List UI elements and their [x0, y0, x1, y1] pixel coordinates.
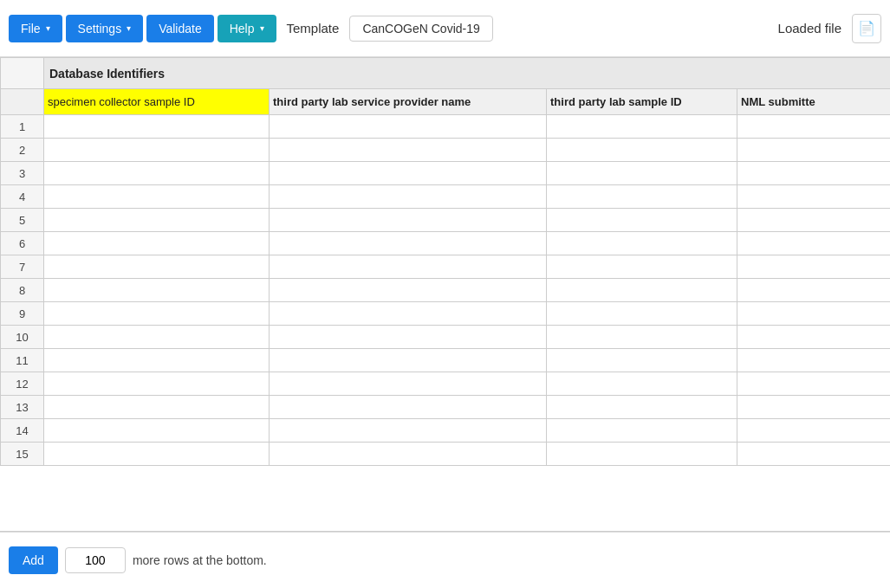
data-cell[interactable]	[44, 255, 270, 279]
data-cell[interactable]	[270, 232, 547, 255]
row-number-cell: 4	[1, 185, 44, 209]
data-cell[interactable]	[737, 326, 891, 349]
data-cell[interactable]	[547, 185, 737, 209]
data-cell[interactable]	[547, 302, 737, 326]
rows-input[interactable]	[65, 547, 126, 573]
data-cell[interactable]	[270, 185, 547, 209]
data-cell[interactable]	[270, 279, 547, 302]
data-cell[interactable]	[547, 396, 737, 419]
data-cell[interactable]	[270, 302, 547, 326]
data-cell[interactable]	[737, 162, 891, 185]
more-rows-label: more rows at the bottom.	[133, 553, 267, 567]
validate-button[interactable]: Validate	[146, 15, 214, 42]
data-cell[interactable]	[547, 326, 737, 349]
data-cell[interactable]	[547, 232, 737, 255]
data-cell[interactable]	[270, 419, 547, 443]
table-row: 1	[1, 115, 891, 139]
row-number-cell: 15	[1, 443, 44, 466]
data-cell[interactable]	[44, 326, 270, 349]
settings-button[interactable]: Settings ▾	[66, 15, 144, 42]
data-cell[interactable]	[44, 279, 270, 302]
row-number-cell: 9	[1, 302, 44, 326]
data-cell[interactable]	[44, 419, 270, 443]
data-cell[interactable]	[270, 372, 547, 396]
data-cell[interactable]	[44, 396, 270, 419]
data-cell[interactable]	[547, 209, 737, 232]
spreadsheet-container[interactable]: Database Identifiers specimen collector …	[0, 57, 890, 532]
help-button[interactable]: Help ▾	[218, 15, 276, 42]
row-number-cell: 5	[1, 209, 44, 232]
group-header-row: Database Identifiers	[1, 58, 891, 89]
data-cell[interactable]	[270, 255, 547, 279]
table-row: 5	[1, 209, 891, 232]
data-cell[interactable]	[737, 302, 891, 326]
spreadsheet-body: 123456789101112131415	[1, 115, 891, 466]
data-cell[interactable]	[270, 209, 547, 232]
group-header-cell: Database Identifiers	[44, 58, 891, 89]
data-cell[interactable]	[737, 349, 891, 372]
col-header-1[interactable]: third party lab service provider name	[270, 89, 547, 115]
data-cell[interactable]	[737, 115, 891, 139]
loaded-file-button[interactable]: 📄	[852, 14, 881, 43]
table-row: 9	[1, 302, 891, 326]
col-header-0[interactable]: specimen collector sample ID	[44, 89, 270, 115]
data-cell[interactable]	[270, 139, 547, 162]
corner-cell	[1, 58, 44, 89]
data-cell[interactable]	[547, 162, 737, 185]
data-cell[interactable]	[547, 419, 737, 443]
data-cell[interactable]	[547, 443, 737, 466]
template-label: Template	[287, 21, 340, 36]
data-cell[interactable]	[737, 419, 891, 443]
row-number-cell: 14	[1, 419, 44, 443]
data-cell[interactable]	[44, 232, 270, 255]
bottom-toolbar: Add more rows at the bottom.	[0, 532, 890, 588]
data-cell[interactable]	[737, 372, 891, 396]
data-cell[interactable]	[547, 115, 737, 139]
data-cell[interactable]	[547, 372, 737, 396]
data-cell[interactable]	[737, 396, 891, 419]
data-cell[interactable]	[44, 139, 270, 162]
data-cell[interactable]	[44, 349, 270, 372]
data-cell[interactable]	[737, 185, 891, 209]
table-row: 2	[1, 139, 891, 162]
table-row: 12	[1, 372, 891, 396]
data-cell[interactable]	[737, 139, 891, 162]
data-cell[interactable]	[270, 396, 547, 419]
table-row: 14	[1, 419, 891, 443]
data-cell[interactable]	[44, 209, 270, 232]
col-header-row: specimen collector sample ID third party…	[1, 89, 891, 115]
table-row: 11	[1, 349, 891, 372]
data-cell[interactable]	[44, 372, 270, 396]
data-cell[interactable]	[44, 443, 270, 466]
data-cell[interactable]	[44, 162, 270, 185]
file-label: File	[21, 22, 41, 36]
data-cell[interactable]	[737, 255, 891, 279]
row-number-cell: 10	[1, 326, 44, 349]
file-button[interactable]: File ▾	[9, 15, 62, 42]
data-cell[interactable]	[270, 115, 547, 139]
add-button[interactable]: Add	[9, 546, 58, 574]
data-cell[interactable]	[44, 115, 270, 139]
data-cell[interactable]	[44, 302, 270, 326]
data-cell[interactable]	[547, 279, 737, 302]
data-cell[interactable]	[737, 209, 891, 232]
data-cell[interactable]	[44, 185, 270, 209]
row-number-cell: 12	[1, 372, 44, 396]
data-cell[interactable]	[547, 349, 737, 372]
data-cell[interactable]	[270, 443, 547, 466]
data-cell[interactable]	[737, 232, 891, 255]
row-number-cell: 8	[1, 279, 44, 302]
row-number-cell: 3	[1, 162, 44, 185]
data-cell[interactable]	[270, 326, 547, 349]
data-cell[interactable]	[737, 443, 891, 466]
data-cell[interactable]	[547, 255, 737, 279]
col-header-2[interactable]: third party lab sample ID	[547, 89, 737, 115]
data-cell[interactable]	[270, 162, 547, 185]
data-cell[interactable]	[547, 139, 737, 162]
col-header-3[interactable]: NML submitte	[737, 89, 891, 115]
row-number-cell: 1	[1, 115, 44, 139]
loaded-file-icon: 📄	[858, 20, 875, 36]
table-row: 8	[1, 279, 891, 302]
data-cell[interactable]	[737, 279, 891, 302]
data-cell[interactable]	[270, 349, 547, 372]
